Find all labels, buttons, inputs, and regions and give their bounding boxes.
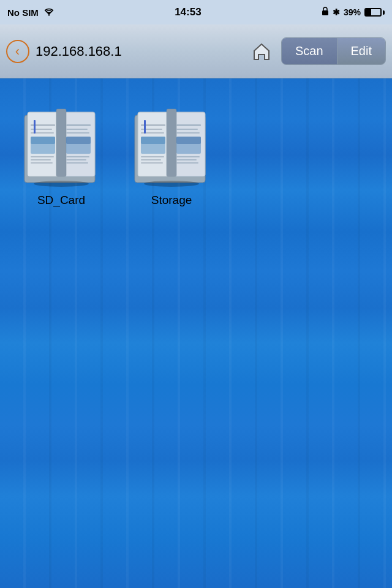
nav-buttons: Scan Edit	[281, 37, 386, 65]
folder-sd-card[interactable]: SD_Card	[12, 97, 110, 207]
status-left: No SIM	[7, 7, 55, 18]
folder-storage-icon	[129, 97, 214, 189]
svg-rect-18	[66, 137, 91, 144]
svg-rect-36	[176, 124, 201, 126]
svg-rect-34	[141, 159, 161, 160]
lock-icon	[322, 7, 329, 18]
back-circle: ‹	[6, 40, 29, 63]
svg-rect-42	[176, 159, 197, 160]
bluetooth-icon: ✱	[333, 7, 340, 17]
svg-rect-32	[141, 137, 165, 144]
svg-rect-12	[31, 159, 51, 160]
back-button[interactable]: ‹	[6, 40, 29, 63]
svg-rect-41	[176, 156, 200, 157]
svg-rect-38	[176, 132, 200, 134]
status-bar: No SIM 14:53 ✱ 39%	[0, 0, 392, 24]
scan-button[interactable]: Scan	[282, 38, 337, 64]
svg-rect-14	[66, 124, 91, 126]
svg-rect-19	[66, 156, 89, 157]
nav-address: 192.168.168.1	[36, 43, 242, 59]
svg-rect-21	[66, 162, 88, 164]
svg-rect-43	[176, 162, 198, 164]
svg-point-0	[48, 14, 50, 15]
svg-rect-1	[322, 10, 328, 15]
folder-storage[interactable]: Storage	[123, 97, 221, 207]
status-right: ✱ 39%	[322, 7, 385, 18]
wifi-icon	[43, 7, 55, 18]
battery-percent: 39%	[344, 7, 361, 17]
icons-grid: SD_Card	[0, 78, 392, 225]
svg-point-23	[34, 181, 89, 187]
svg-rect-20	[66, 159, 86, 160]
battery-icon	[364, 8, 385, 17]
back-chevron-icon: ‹	[15, 45, 20, 58]
svg-rect-5	[56, 109, 66, 176]
home-button[interactable]	[248, 38, 275, 65]
time-display: 14:53	[175, 6, 201, 18]
folder-sd-card-icon	[18, 97, 104, 189]
svg-rect-22	[34, 120, 36, 134]
main-content: SD_Card	[0, 78, 392, 588]
svg-rect-16	[66, 132, 89, 134]
svg-rect-27	[167, 109, 176, 176]
svg-rect-33	[141, 156, 164, 157]
home-icon	[251, 41, 272, 62]
carrier-label: No SIM	[7, 7, 39, 18]
svg-rect-44	[144, 120, 146, 134]
folder-storage-label: Storage	[151, 194, 192, 207]
nav-bar: ‹ 192.168.168.1 Scan Edit	[0, 24, 392, 78]
svg-rect-35	[141, 162, 163, 164]
svg-rect-13	[31, 162, 53, 164]
svg-rect-10	[31, 137, 55, 144]
svg-point-45	[144, 181, 199, 187]
svg-rect-11	[31, 156, 54, 157]
svg-rect-37	[176, 129, 198, 130]
svg-rect-15	[66, 129, 88, 130]
svg-rect-40	[176, 137, 201, 144]
folder-sd-card-label: SD_Card	[37, 194, 85, 207]
edit-button[interactable]: Edit	[337, 38, 385, 64]
